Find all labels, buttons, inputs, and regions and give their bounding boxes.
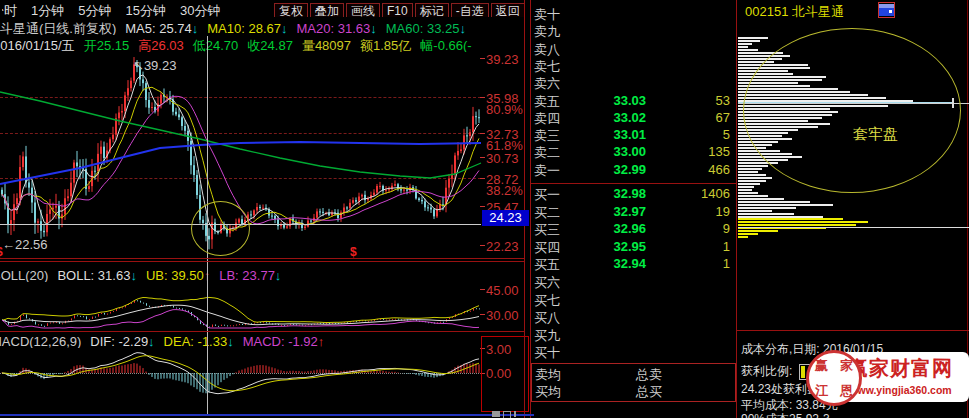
price-axis-label: 39.23 <box>486 52 519 67</box>
profile-bar <box>738 230 778 232</box>
site-seal: 赢家江恩 <box>806 350 862 406</box>
panel-border <box>530 0 531 418</box>
profile-bar <box>738 204 833 206</box>
profile-bar <box>738 168 762 170</box>
order-book-summary: 卖均 总卖 买均 总买 <box>531 363 736 402</box>
axis-tick <box>480 178 485 179</box>
seal-char: 恩 <box>840 382 853 400</box>
profile-bar <box>738 236 748 238</box>
bid-row-10-label: 买十 <box>534 344 560 362</box>
profile-bar <box>738 189 752 191</box>
trading-app-window: 分时1分钟5分钟15分钟30分钟更多 > 复权叠加画线F10标记-自选返回 00… <box>0 0 969 418</box>
current-price-line <box>738 227 969 228</box>
profile-bar <box>738 177 772 179</box>
profile-bar <box>738 186 754 188</box>
axis-tick <box>480 157 485 158</box>
toolbar-icon-group <box>878 2 915 20</box>
profile-bar <box>738 224 856 226</box>
profile-bar <box>738 201 810 203</box>
price-axis-label: 22.23 <box>486 239 519 254</box>
profile-peak-tick <box>952 98 954 108</box>
high-price-annotation: ↖39.23 <box>133 58 176 73</box>
profile-bar <box>738 165 768 167</box>
axis-tick <box>480 133 485 134</box>
chart-canvas <box>0 0 524 418</box>
panel-splitter[interactable] <box>0 261 524 262</box>
seal-char: 江 <box>815 382 828 400</box>
axis-tick <box>480 206 485 207</box>
panel-border <box>737 330 969 331</box>
axis-tick <box>480 245 485 246</box>
boll-axis-label: 45.00 <box>486 283 519 298</box>
profile-bar <box>738 218 843 220</box>
trapped-chips-label: 套牢盘 <box>853 125 898 144</box>
bottom-edge-fragment <box>492 411 522 418</box>
seal-char: 家 <box>840 357 853 375</box>
stock-symbol: 002151 北斗星通 <box>745 3 844 21</box>
profile-bar <box>738 49 758 51</box>
profile-bar <box>738 198 784 200</box>
dividend-marker: $ <box>0 245 3 259</box>
seal-char: 赢 <box>815 357 828 375</box>
panel-splitter[interactable] <box>0 258 524 259</box>
buy-avg-label: 买均 <box>535 383 561 401</box>
profile-bar <box>738 221 868 223</box>
low-price-annotation: ←22.56 <box>2 237 48 252</box>
window-splitter-bottom[interactable] <box>0 414 534 416</box>
profile-bar <box>738 195 768 197</box>
panel-border <box>736 0 737 418</box>
profile-bar <box>738 233 758 235</box>
dividend-marker: $ <box>350 245 357 259</box>
price-axis-label: 38.2% <box>486 183 523 198</box>
profile-bar <box>738 207 796 209</box>
profile-bar <box>738 192 758 194</box>
profile-bar <box>738 213 794 215</box>
total-buy-label: 总买 <box>636 383 662 401</box>
stock-code: 002151 <box>745 4 788 19</box>
price-axis-label: 30.73 <box>486 151 519 166</box>
bid-row-10: 买十 <box>534 344 736 360</box>
stock-name: 北斗星通 <box>792 4 844 19</box>
profile-bar <box>738 171 758 173</box>
profit-ratio-label: 获利比例: <box>741 363 792 380</box>
trapped-chips-ellipse <box>743 28 961 193</box>
cost-range: 90%成本25.92-3 <box>741 411 830 418</box>
profile-bar <box>738 43 752 45</box>
profit-ratio-fill <box>801 366 805 378</box>
sell-avg-label: 卖均 <box>535 366 561 384</box>
profile-bar <box>738 37 768 39</box>
macd-axis-selection-box <box>481 336 529 412</box>
axis-tick <box>480 58 485 59</box>
bottom-circle-annotation <box>191 201 250 256</box>
panel-splitter[interactable] <box>0 331 524 332</box>
profile-bar <box>738 46 748 48</box>
axis-tick <box>480 97 485 98</box>
price-axis-label: 80.9% <box>486 102 523 117</box>
panel-border <box>524 0 525 418</box>
profile-bar <box>738 180 766 182</box>
profile-bar <box>738 174 766 176</box>
profile-bar <box>738 40 760 42</box>
profile-bar <box>738 210 772 212</box>
total-sell-label: 总卖 <box>636 366 662 384</box>
axis-tick <box>480 289 485 290</box>
crosshair-price-badge: 24.23 <box>482 210 529 226</box>
axis-tick <box>480 314 485 315</box>
profile-bar <box>738 183 760 185</box>
boll-axis-label: 30.00 <box>486 308 519 323</box>
order-book-divider <box>531 183 736 184</box>
